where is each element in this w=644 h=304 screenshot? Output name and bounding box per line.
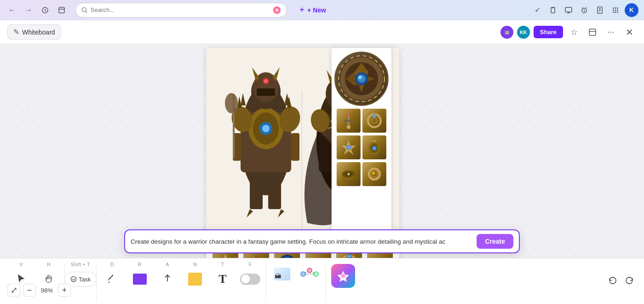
sticky-tool[interactable] — [185, 269, 205, 289]
history-button[interactable] — [39, 4, 52, 17]
profile-avatar[interactable]: K — [625, 3, 638, 17]
avatar-kk-initials: KK — [520, 29, 527, 35]
svg-point-109 — [301, 272, 305, 276]
divider-2 — [96, 264, 97, 301]
ai-icon — [336, 269, 350, 283]
apps-icon[interactable] — [609, 4, 622, 17]
monitor-icon[interactable] — [562, 4, 575, 17]
zoom-out-button[interactable]: − — [23, 284, 36, 297]
new-label: + New — [307, 6, 326, 14]
document-icon[interactable] — [593, 4, 606, 17]
divider-3 — [266, 264, 266, 301]
accessories-panel — [332, 48, 391, 241]
task-tool[interactable]: Task — [70, 269, 91, 289]
whiteboard-label: Whiteboard — [22, 29, 55, 36]
toggle-tool[interactable] — [240, 269, 260, 289]
svg-point-13 — [615, 9, 616, 11]
svg-point-15 — [613, 12, 614, 13]
new-button[interactable]: ＋ + New — [294, 3, 330, 17]
svg-point-111 — [307, 268, 312, 273]
tool-key-d: D — [110, 262, 114, 267]
close-button[interactable]: ✕ — [622, 25, 637, 40]
svg-point-12 — [613, 9, 614, 11]
arrow-tool[interactable] — [157, 269, 178, 289]
text-tool[interactable]: T — [213, 269, 233, 289]
prompt-bar[interactable]: Create — [124, 229, 520, 253]
acc-ring — [362, 109, 386, 133]
bottom-toolbar: V H Shift + T — [0, 258, 644, 304]
svg-point-68 — [348, 115, 349, 116]
app-bar-right: 🤖 KK Share ☆ ··· ✕ — [500, 25, 637, 40]
expand-zoom-button[interactable]: ⤢ — [7, 284, 20, 297]
forward-button[interactable]: → — [22, 4, 35, 17]
alarm-icon[interactable] — [578, 4, 591, 17]
svg-point-38 — [264, 79, 268, 83]
image-tool[interactable] — [272, 264, 292, 284]
create-button[interactable]: Create — [477, 234, 513, 249]
tool-section-sticky: N — [181, 260, 209, 291]
check-icon[interactable]: ✓ — [531, 4, 544, 17]
avatar-purple[interactable]: 🤖 — [500, 26, 513, 39]
undo-button[interactable] — [605, 273, 620, 288]
svg-point-46 — [225, 93, 238, 113]
svg-rect-65 — [344, 120, 353, 122]
svg-point-11 — [617, 7, 618, 9]
app-bar: ✎ Whiteboard 🤖 KK Share ☆ ··· ✕ — [0, 20, 644, 44]
canvas-area: Create V H Shift + T — [0, 44, 644, 304]
svg-point-62 — [358, 76, 362, 79]
tool-key-v: V — [19, 262, 23, 267]
pen-tool[interactable] — [102, 269, 122, 289]
avatar-kk[interactable]: KK — [517, 26, 530, 39]
text-icon: T — [218, 272, 226, 286]
svg-point-66 — [347, 125, 351, 129]
connector-icon — [300, 267, 319, 281]
zoom-control: ⤢ − 98% + — [7, 284, 71, 297]
svg-point-72 — [374, 115, 375, 117]
star-button[interactable]: ☆ — [567, 25, 581, 40]
svg-point-61 — [357, 75, 366, 83]
svg-point-116 — [341, 274, 345, 278]
toggle-icon — [240, 274, 260, 285]
tool-section-task: Shift + T Task — [67, 260, 94, 291]
prompt-input[interactable] — [131, 238, 477, 245]
acc-bracelet — [337, 162, 361, 186]
ai-tool[interactable] — [331, 264, 355, 288]
redo-button[interactable] — [622, 273, 637, 288]
svg-point-87 — [372, 172, 375, 175]
tab-button[interactable] — [55, 4, 68, 17]
svg-point-110 — [314, 272, 318, 276]
back-button[interactable]: ← — [6, 4, 18, 17]
tool-section-pen: D — [98, 260, 126, 291]
share-button[interactable]: Share — [534, 26, 563, 38]
whiteboard-tab[interactable]: ✎ Whiteboard — [7, 24, 61, 40]
plus-icon: ＋ — [298, 5, 305, 15]
svg-point-79 — [373, 147, 375, 150]
task-label: Task — [79, 276, 91, 283]
svg-rect-36 — [257, 88, 275, 96]
connector-tool[interactable] — [299, 264, 320, 284]
whiteboard-edit-icon: ✎ — [13, 28, 19, 36]
rect-tool[interactable] — [130, 269, 150, 289]
svg-rect-6 — [565, 7, 572, 12]
search-bar[interactable] — [75, 3, 287, 18]
tool-section-toggle: F — [236, 260, 264, 291]
accessory-row-1 — [337, 109, 386, 133]
search-input[interactable] — [91, 6, 270, 13]
image-icon — [274, 268, 290, 281]
shield-svg — [336, 53, 387, 104]
expand-button[interactable] — [585, 25, 600, 40]
svg-point-108 — [71, 277, 76, 282]
svg-rect-40 — [268, 172, 281, 209]
svg-point-75 — [347, 146, 350, 149]
clipboard-icon[interactable] — [546, 4, 559, 17]
zoom-in-button[interactable]: + — [58, 284, 71, 297]
accessory-row-2 — [337, 135, 386, 159]
more-button[interactable]: ··· — [604, 25, 618, 40]
share-label: Share — [540, 29, 557, 35]
tool-section-ai — [328, 260, 359, 290]
svg-rect-44 — [291, 133, 299, 161]
svg-point-25 — [262, 125, 270, 132]
tool-section-connector — [296, 260, 323, 286]
svg-point-10 — [615, 7, 616, 9]
search-logo-icon — [273, 6, 281, 14]
